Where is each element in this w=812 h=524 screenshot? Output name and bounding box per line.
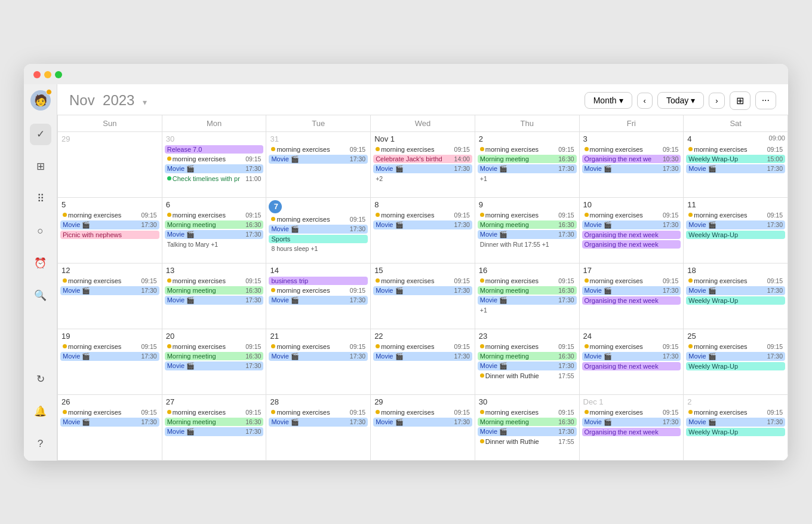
- cal-cell[interactable]: 17morning exercises09:15Movie 🎬17:30Orga…: [580, 263, 684, 329]
- event-item[interactable]: Movie 🎬17:30: [582, 286, 681, 295]
- event-item[interactable]: Dinner with Ruthie17:55: [478, 372, 577, 380]
- event-item[interactable]: Movie 🎬17:30: [165, 427, 264, 436]
- cal-cell[interactable]: 29: [58, 132, 162, 198]
- event-item[interactable]: morning exercises09:15: [165, 277, 264, 285]
- cal-cell[interactable]: Dec 1morning exercises09:15Movie 🎬17:30O…: [580, 395, 684, 461]
- cal-cell[interactable]: 8morning exercises09:15Movie 🎬17:30: [371, 198, 475, 263]
- event-item[interactable]: morning exercises09:15: [60, 277, 159, 285]
- sidebar-icon-bell[interactable]: 🔔: [30, 401, 51, 422]
- cal-cell[interactable]: 3morning exercises09:15Organising the ne…: [580, 132, 684, 198]
- more-button[interactable]: ···: [755, 91, 776, 109]
- event-item[interactable]: Morning meeting16:30: [478, 286, 577, 295]
- event-item[interactable]: Movie 🎬17:30: [165, 361, 264, 370]
- minimize-button[interactable]: [44, 71, 51, 78]
- event-item[interactable]: Morning meeting16:30: [165, 220, 264, 229]
- event-item[interactable]: morning exercises09:15: [582, 211, 681, 219]
- event-item[interactable]: morning exercises09:15: [582, 408, 681, 416]
- event-item[interactable]: morning exercises09:15: [686, 211, 785, 219]
- event-item[interactable]: Organising the next week: [582, 428, 681, 436]
- event-item[interactable]: morning exercises09:15: [686, 408, 785, 416]
- event-item[interactable]: Weekly Wrap-Up: [686, 362, 785, 370]
- event-item[interactable]: Morning meeting16:30: [478, 352, 577, 360]
- cal-cell[interactable]: 9morning exercises09:15Morning meeting16…: [475, 198, 580, 263]
- event-item[interactable]: morning exercises09:15: [269, 215, 368, 223]
- cal-cell[interactable]: 20morning exercises09:15Morning meeting1…: [162, 329, 267, 395]
- more-events-badge[interactable]: +1: [478, 174, 577, 183]
- sidebar-icon-apps[interactable]: ⠿: [30, 188, 51, 210]
- event-item[interactable]: Movie 🎬17:30: [269, 155, 368, 164]
- add-button[interactable]: ⊞: [730, 91, 751, 110]
- cal-cell[interactable]: 25morning exercises09:15Movie 🎬17:30Week…: [684, 329, 788, 395]
- event-item[interactable]: Movie 🎬17:30: [269, 225, 368, 234]
- event-item[interactable]: morning exercises09:15: [478, 145, 577, 154]
- event-item[interactable]: business trip: [269, 277, 368, 285]
- prev-button[interactable]: ‹: [637, 93, 653, 109]
- today-button[interactable]: Today ▾: [657, 92, 704, 109]
- event-item[interactable]: morning exercises09:15: [373, 145, 472, 154]
- event-item[interactable]: Organising the next week: [582, 362, 681, 370]
- event-item[interactable]: Movie 🎬17:30: [686, 220, 785, 229]
- cal-cell[interactable]: 16morning exercises09:15Morning meeting1…: [475, 263, 580, 329]
- view-month-button[interactable]: Month ▾: [585, 92, 632, 109]
- cal-cell[interactable]: 22morning exercises09:15Movie 🎬17:30: [371, 329, 475, 395]
- cal-cell[interactable]: Nov 1morning exercises09:15Celebrate Jac…: [371, 132, 475, 198]
- event-item[interactable]: morning exercises09:15: [269, 145, 368, 154]
- cal-cell[interactable]: 29morning exercises09:15Movie 🎬17:30: [371, 395, 475, 461]
- cal-cell[interactable]: 5morning exercises09:15Movie 🎬17:30Picni…: [58, 198, 162, 263]
- event-item[interactable]: Picnic with nephews: [60, 231, 159, 239]
- sidebar-icon-refresh[interactable]: ↻: [30, 369, 51, 390]
- cal-cell[interactable]: 13morning exercises09:15Morning meeting1…: [162, 263, 267, 329]
- event-item[interactable]: Movie 🎬17:30: [478, 230, 577, 239]
- event-item[interactable]: Movie 🎬17:30: [269, 418, 368, 427]
- event-item[interactable]: Release 7.0: [165, 145, 264, 154]
- event-item[interactable]: Sports: [269, 235, 368, 243]
- cal-cell[interactable]: 409:00morning exercises09:15Weekly Wrap-…: [684, 132, 788, 198]
- event-item[interactable]: morning exercises09:15: [269, 408, 368, 416]
- event-item[interactable]: morning exercises09:15: [60, 408, 159, 416]
- event-item[interactable]: Morning meeting16:30: [478, 155, 577, 163]
- event-item[interactable]: morning exercises09:15: [60, 342, 159, 351]
- event-item[interactable]: Morning meeting16:30: [165, 286, 264, 295]
- cal-cell[interactable]: 7morning exercises09:15Movie 🎬17:30Sport…: [266, 198, 371, 263]
- event-item[interactable]: morning exercises09:15: [478, 211, 577, 219]
- event-item[interactable]: Organising the next week: [582, 240, 681, 249]
- event-item[interactable]: Movie 🎬17:30: [373, 418, 472, 427]
- event-item[interactable]: Morning meeting16:30: [165, 352, 264, 360]
- event-item[interactable]: morning exercises09:15: [373, 277, 472, 285]
- cal-cell[interactable]: 11morning exercises09:15Movie 🎬17:30Week…: [684, 198, 788, 263]
- event-item[interactable]: morning exercises09:15: [686, 145, 785, 154]
- cal-cell[interactable]: 2morning exercises09:15Morning meeting16…: [475, 132, 580, 198]
- event-item[interactable]: Movie 🎬17:30: [60, 220, 159, 229]
- event-item[interactable]: Organising the next we10:30: [582, 155, 681, 163]
- cal-cell[interactable]: 21morning exercises09:15Movie 🎬17:30: [266, 329, 371, 395]
- event-item[interactable]: Movie 🎬17:30: [478, 164, 577, 173]
- event-item[interactable]: Celebrate Jack's birthd14:00: [373, 155, 472, 163]
- event-item[interactable]: morning exercises09:15: [269, 286, 368, 295]
- more-events-badge[interactable]: Dinner with Rut 17:55 +1: [478, 240, 577, 249]
- event-item[interactable]: morning exercises09:15: [582, 342, 681, 351]
- cal-cell[interactable]: 30morning exercises09:15Morning meeting1…: [475, 395, 580, 461]
- event-item[interactable]: Movie 🎬17:30: [582, 220, 681, 229]
- event-item[interactable]: morning exercises09:15: [478, 408, 577, 416]
- event-item[interactable]: morning exercises09:15: [582, 277, 681, 285]
- event-item[interactable]: Morning meeting16:30: [165, 418, 264, 426]
- event-item[interactable]: Movie 🎬17:30: [373, 286, 472, 295]
- event-item[interactable]: Organising the next week: [582, 231, 681, 239]
- event-item[interactable]: Movie 🎬17:30: [582, 164, 681, 173]
- event-item[interactable]: Weekly Wrap-Up: [686, 231, 785, 239]
- event-item[interactable]: morning exercises09:15: [269, 342, 368, 351]
- cal-cell[interactable]: 31morning exercises09:15Movie 🎬17:30: [266, 132, 371, 198]
- event-item[interactable]: Morning meeting16:30: [478, 418, 577, 426]
- event-item[interactable]: Movie 🎬17:30: [373, 164, 472, 173]
- event-item[interactable]: Movie 🎬17:30: [582, 418, 681, 427]
- event-item[interactable]: Movie 🎬17:30: [165, 230, 264, 239]
- event-item[interactable]: Weekly Wrap-Up15:00: [686, 155, 785, 163]
- cal-cell[interactable]: 23morning exercises09:15Morning meeting1…: [475, 329, 580, 395]
- event-item[interactable]: Movie 🎬17:30: [478, 361, 577, 370]
- event-item[interactable]: morning exercises09:15: [165, 408, 264, 416]
- event-item[interactable]: Organising the next week: [582, 296, 681, 305]
- cal-cell[interactable]: 30Release 7.0morning exercises09:15Movie…: [162, 132, 267, 198]
- event-item[interactable]: morning exercises09:15: [686, 277, 785, 285]
- cal-cell[interactable]: 12morning exercises09:15Movie 🎬17:30: [58, 263, 162, 329]
- event-item[interactable]: morning exercises09:15: [373, 211, 472, 219]
